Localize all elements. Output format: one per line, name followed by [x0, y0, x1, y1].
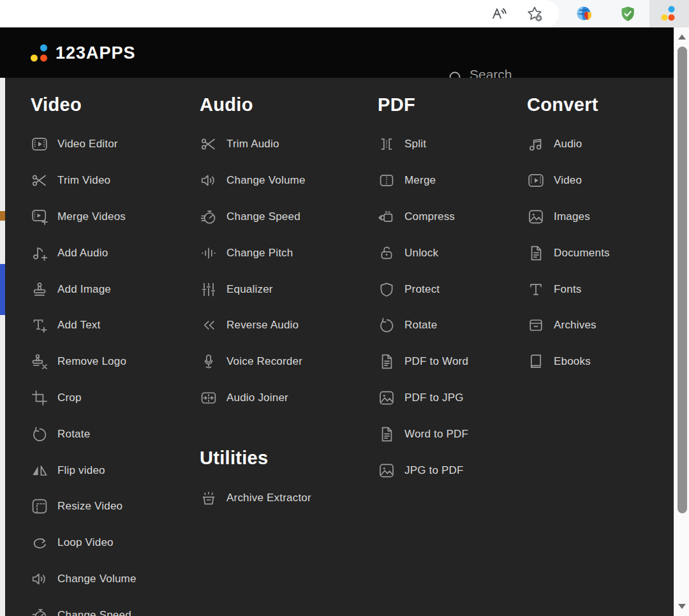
menu-item-label: Trim Audio: [226, 138, 279, 150]
menu-item-loop-video[interactable]: Loop Video: [31, 525, 200, 561]
menu-item-remove-logo[interactable]: Remove Logo: [31, 344, 200, 380]
menu-item-word-to-pdf[interactable]: Word to PDF: [378, 416, 527, 452]
fonts-icon: [527, 281, 545, 298]
add-favorite-icon[interactable]: [525, 4, 544, 24]
scrollbar-thumb[interactable]: [678, 47, 687, 513]
box-open-icon: [200, 489, 218, 507]
logo-dots-icon: [31, 44, 48, 61]
menu-item-trim-audio[interactable]: Trim Audio: [200, 126, 378, 163]
menu-item-compress[interactable]: Compress: [378, 199, 527, 235]
menu-item-change-pitch[interactable]: Change Pitch: [200, 235, 378, 271]
page-edge-sliver: [0, 78, 5, 616]
menu-item-label: Video: [554, 174, 582, 187]
loop-icon: [31, 534, 48, 552]
read-aloud-icon[interactable]: [489, 4, 508, 24]
menu-item-label: Change Speed: [57, 609, 131, 616]
menu-item-label: Documents: [554, 247, 610, 260]
menu-item-label: Merge Videos: [57, 210, 126, 223]
menu-item-change-speed[interactable]: Change Speed: [31, 597, 200, 616]
site-logo[interactable]: 123APPS: [31, 43, 136, 62]
menu-item-archive-extractor[interactable]: Archive Extractor: [200, 480, 378, 516]
book-icon: [527, 353, 545, 370]
vertical-scrollbar[interactable]: [674, 27, 689, 616]
menu-item-documents[interactable]: Documents: [527, 235, 674, 271]
menu-item-label: Voice Recorder: [226, 355, 302, 368]
menu-item-ebooks[interactable]: Ebooks: [527, 344, 674, 380]
menu-item-unlock[interactable]: Unlock: [378, 235, 527, 271]
menu-item-add-audio[interactable]: Add Audio: [31, 235, 200, 271]
browsec-extension-icon[interactable]: [575, 4, 594, 24]
menu-section-convert: ConvertAudioVideoImagesDocumentsFontsArc…: [527, 93, 674, 380]
menu-item-add-text[interactable]: Add Text: [31, 307, 200, 344]
menu-item-rotate[interactable]: Rotate: [31, 416, 200, 452]
flip-icon: [31, 462, 48, 480]
menu-item-label: Split: [404, 138, 426, 150]
menu-column-2: AudioTrim AudioChange VolumeChange Speed…: [200, 78, 378, 616]
menu-item-pdf-to-word[interactable]: PDF to Word: [378, 344, 527, 380]
menu-item-label: Remove Logo: [57, 355, 126, 368]
sliver-blue-fragment: [0, 264, 5, 315]
menu-item-label: Change Speed: [226, 210, 300, 223]
menu-item-fonts[interactable]: Fonts: [527, 271, 674, 307]
merge-icon: [378, 172, 396, 189]
menu-item-video-editor[interactable]: Video Editor: [31, 126, 200, 163]
menu-item-label: Unlock: [404, 247, 438, 260]
film-plus-icon: [31, 208, 48, 226]
menu-item-voice-recorder[interactable]: Voice Recorder: [200, 344, 378, 380]
pitch-icon: [200, 244, 218, 262]
apps123-extension-icon[interactable]: [660, 4, 679, 24]
menu-item-audio[interactable]: Audio: [527, 126, 674, 163]
menu-item-video[interactable]: Video: [527, 163, 674, 199]
menu-item-trim-video[interactable]: Trim Video: [31, 163, 200, 199]
menu-item-label: Change Pitch: [226, 247, 293, 260]
menu-item-split[interactable]: Split: [378, 126, 527, 163]
menu-item-audio-joiner[interactable]: Audio Joiner: [200, 380, 378, 416]
menu-item-archives[interactable]: Archives: [527, 307, 674, 344]
menu-item-pdf-to-jpg[interactable]: PDF to JPG: [378, 380, 527, 416]
scroll-down-arrow[interactable]: [674, 599, 689, 613]
screen: 123APPS VideoVideo EditorTrim VideoMerge…: [0, 0, 689, 616]
crop-icon: [31, 389, 48, 407]
scroll-up-arrow[interactable]: [674, 30, 689, 44]
menu-item-images[interactable]: Images: [527, 199, 674, 235]
menu-item-flip-video[interactable]: Flip video: [31, 452, 200, 488]
menu-item-label: Merge: [404, 174, 436, 187]
doc-icon: [378, 353, 396, 370]
menu-item-equalizer[interactable]: Equalizer: [200, 271, 378, 307]
doc-icon: [378, 425, 396, 443]
menu-item-label: Resize Video: [57, 500, 122, 513]
note-plus-icon: [31, 244, 48, 262]
menu-item-add-image[interactable]: Add Image: [31, 271, 200, 307]
menu-item-label: Archive Extractor: [226, 492, 311, 504]
compress-icon: [378, 208, 396, 226]
menu-item-change-volume[interactable]: Change Volume: [200, 163, 378, 199]
address-bar-pill[interactable]: [0, 0, 559, 27]
scissors-icon: [31, 172, 48, 189]
menu-item-resize-video[interactable]: Resize Video: [31, 488, 200, 525]
menu-item-merge-videos[interactable]: Merge Videos: [31, 199, 200, 235]
menu-item-reverse-audio[interactable]: Reverse Audio: [200, 307, 378, 344]
film-play-icon: [527, 172, 545, 189]
section-title-audio: Audio: [200, 93, 378, 116]
adguard-extension-icon[interactable]: [618, 4, 637, 24]
menu-item-jpg-to-pdf[interactable]: JPG to PDF: [378, 452, 527, 488]
menu-item-merge[interactable]: Merge: [378, 163, 527, 199]
rewind-icon: [200, 316, 218, 334]
menu-item-change-speed[interactable]: Change Speed: [200, 199, 378, 235]
music-icon: [527, 135, 545, 153]
menu-item-label: Trim Video: [57, 174, 110, 187]
menu-item-label: Add Image: [57, 283, 111, 296]
menu-item-label: PDF to JPG: [404, 392, 464, 404]
menu-item-change-volume[interactable]: Change Volume: [31, 561, 200, 598]
image-icon: [527, 208, 545, 226]
menu-item-label: PDF to Word: [404, 355, 468, 368]
menu-item-rotate[interactable]: Rotate: [378, 307, 527, 344]
volume-icon: [31, 570, 48, 588]
menu-item-label: Change Volume: [57, 573, 137, 585]
menu-section-utilities: UtilitiesArchive Extractor: [200, 446, 378, 516]
menu-item-label: Word to PDF: [404, 428, 468, 441]
menu-item-protect[interactable]: Protect: [378, 271, 527, 307]
apps-menu: VideoVideo EditorTrim VideoMerge VideosA…: [5, 78, 674, 616]
menu-item-crop[interactable]: Crop: [31, 380, 200, 416]
menu-item-label: Add Audio: [57, 247, 108, 260]
